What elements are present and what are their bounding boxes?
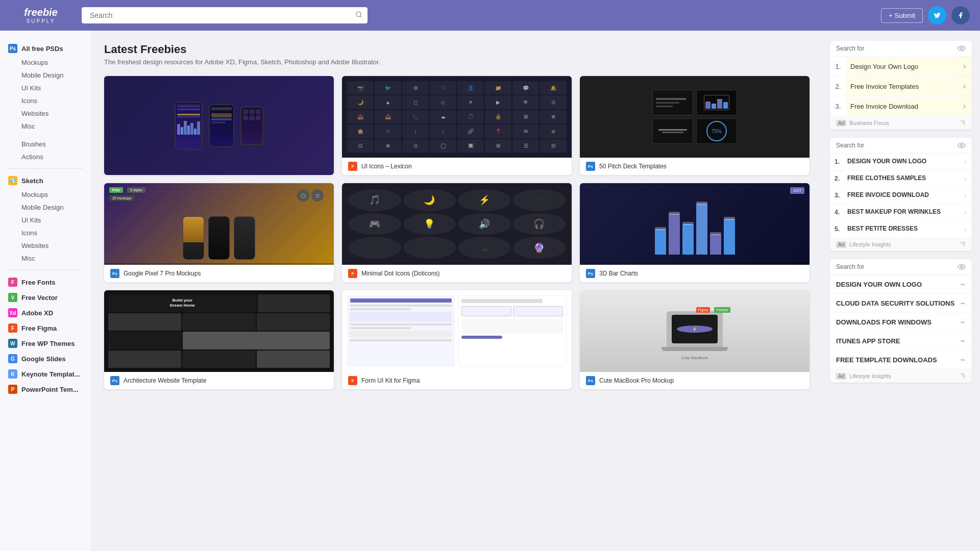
ad-search-label-3: Search for xyxy=(836,263,864,270)
ad-source-3: Lifestyle Insights xyxy=(849,373,891,379)
card-logo-macbook: Ps xyxy=(586,376,595,385)
ad-result-3-3[interactable]: DOWNLOADS FOR WINDOWS → xyxy=(830,313,972,332)
ad-search-label-2: Search for xyxy=(836,142,864,149)
sidebar-psd-uikits[interactable]: UI Kits xyxy=(0,82,91,94)
ad-result-2-2[interactable]: 2. FREE CLOTHES SAMPLES › xyxy=(830,170,972,187)
sidebar-item-fonts[interactable]: F Free Fonts xyxy=(0,274,91,290)
sidebar-psd-icons[interactable]: Icons xyxy=(0,94,91,107)
sidebar-google-label: Google Slides xyxy=(21,355,66,363)
ad-result-1-1[interactable]: 1. Design Your Own Logo › xyxy=(830,57,972,77)
sidebar-sketch-label: Sketch xyxy=(21,177,43,185)
sidebar-psd-mobile[interactable]: Mobile Design xyxy=(0,69,91,82)
result-chevron2-1: › xyxy=(959,154,972,170)
result-link3-5: FREE TEMPLATE DOWNLOADS xyxy=(836,356,959,364)
card-macbook[interactable]: ⚡ Freebie Figma Cute MacBook Ps xyxy=(580,290,810,389)
card-doticons[interactable]: 🎵 🌙 ⚡ ♾ 🎮 💡 🔊 🎧 ☆ ♡ ☁ 🔮 xyxy=(342,183,572,282)
sidebar-item-adobexd[interactable]: Xd Adobe XD xyxy=(0,305,91,320)
result-link3-3: DOWNLOADS FOR WINDOWS xyxy=(836,318,959,326)
facebook-button[interactable] xyxy=(951,6,970,24)
ad-result-1-2[interactable]: 2. Free Invoice Templates › xyxy=(830,77,972,96)
sidebar-sketch-misc[interactable]: Misc xyxy=(0,252,91,265)
sidebar-item-all-psds[interactable]: Ps All free PSDs xyxy=(0,41,91,56)
card-title-doticons: Minimal Dot Icons (Doticons) xyxy=(361,270,439,277)
ad-block-3: Search for DESIGN YOUR OWN LOGO → CLOUD … xyxy=(830,259,972,383)
ad-result-1-3[interactable]: 3. Free Invoice Download › xyxy=(830,96,972,116)
sidebar-sketch-uikits[interactable]: UI Kits xyxy=(0,214,91,227)
result-arrow3-4: → xyxy=(959,337,966,345)
card-banking-app[interactable]: Ps Banking App UI Design xyxy=(104,76,334,175)
card-architecture[interactable]: Build yourDream Home xyxy=(104,290,334,389)
sidebar-sketch-mockups[interactable]: Mockups xyxy=(0,188,91,201)
ad-result-2-3[interactable]: 3. FREE INVOICE DOWNLOAD › xyxy=(830,187,972,204)
sidebar-keynote-label: Keynote Templat... xyxy=(21,370,80,378)
sidebar-item-powerpoint[interactable]: P PowerPoint Tem... xyxy=(0,382,91,397)
sidebar-sketch-icons[interactable]: Icons xyxy=(0,227,91,239)
sidebar-sketch-section: 💎 Sketch Mockups Mobile Design UI Kits I… xyxy=(0,173,91,265)
sidebar-item-sketch[interactable]: 💎 Sketch xyxy=(0,173,91,188)
ad-result-2-5[interactable]: 5. BEST PETITE DRESSES › xyxy=(830,221,972,238)
ad-eye-icon-1 xyxy=(958,45,966,52)
result-num2-2: 2. xyxy=(830,171,844,186)
card-formui[interactable]: F Form UI Kit for Figma xyxy=(342,290,572,389)
sidebar-brushes[interactable]: Brushes xyxy=(0,138,91,151)
main-content: Latest Freebies The freshest design reso… xyxy=(92,31,822,551)
ad-result-3-2[interactable]: CLOUD DATA SECURITY SOLUTIONS → xyxy=(830,294,972,313)
sidebar-sketch-websites[interactable]: Websites xyxy=(0,239,91,252)
sidebar-psd-misc[interactable]: Misc xyxy=(0,120,91,133)
sidebar-item-figma[interactable]: F Free Figma xyxy=(0,320,91,336)
ad-report-icon-2[interactable] xyxy=(960,241,966,248)
sidebar-figma-label: Free Figma xyxy=(21,324,57,332)
pptx-icon: P xyxy=(8,385,17,394)
card-pixel7[interactable]: Free 5 styles 25 mockups ◯ ◻ xyxy=(104,183,334,282)
ad-result-2-4[interactable]: 4. BEST MAKEUP FOR WRINKLES › xyxy=(830,204,972,221)
result-link2-1: DESIGN YOUR OWN LOGO xyxy=(844,154,959,170)
card-footer-pixel7: Ps Google Pixel 7 Pro Mockups xyxy=(104,265,334,282)
sidebar: Ps All free PSDs Mockups Mobile Design U… xyxy=(0,31,92,551)
card-title-formui: Form UI Kit for Figma xyxy=(361,377,420,384)
card-footer-3dbar: Ps 3D Bar Charts xyxy=(580,265,810,282)
sidebar-item-google[interactable]: G Google Slides xyxy=(0,351,91,366)
logo[interactable]: freebie SUPPLY xyxy=(10,7,71,24)
card-footer-icons: F UI Icons – Lexicon xyxy=(342,158,572,175)
ad-result-3-4[interactable]: ITUNES APP STORE → xyxy=(830,332,972,350)
ad-report-icon-3[interactable] xyxy=(960,372,966,380)
svg-line-1 xyxy=(360,16,362,17)
card-3dbar[interactable]: 1/27 Ps 3D Bar Charts xyxy=(580,183,810,282)
twitter-button[interactable] xyxy=(928,6,946,24)
ad-block-1: Search for 1. Design Your Own Logo › 2. … xyxy=(830,41,972,130)
search-button[interactable] xyxy=(355,11,362,20)
ad-result-2-1[interactable]: 1. DESIGN YOUR OWN LOGO › xyxy=(830,154,972,170)
submit-button[interactable]: + Submit xyxy=(881,8,923,23)
ad-eye-icon-3 xyxy=(958,264,966,270)
svg-point-0 xyxy=(356,12,361,16)
card-logo-figma2: F xyxy=(348,269,357,278)
card-ui-icons[interactable]: 📷 🐦 ⚙ ♡ 👤 📁 💬 🔔 🌙 ▲ ◻ ◇ ✕ ▶ xyxy=(342,76,572,175)
result-chevron2-5: › xyxy=(959,221,972,237)
result-link3-1: DESIGN YOUR OWN LOGO xyxy=(836,281,959,288)
card-pitch-deck[interactable]: 75% Ps 50 Pitch Deck Templates xyxy=(580,76,810,175)
sidebar-sketch-mobile[interactable]: Mobile Design xyxy=(0,201,91,214)
sidebar-psd-mockups[interactable]: Mockups xyxy=(0,56,91,69)
xd-icon: Xd xyxy=(8,308,17,317)
ad-source-1: Business Focus xyxy=(849,120,889,126)
ad-report-icon-1[interactable] xyxy=(960,119,966,127)
sidebar-psd-websites[interactable]: Websites xyxy=(0,107,91,120)
page-title: Latest Freebies xyxy=(104,43,810,56)
sidebar-item-keynote[interactable]: K Keynote Templat... xyxy=(0,366,91,382)
ad-result-3-1[interactable]: DESIGN YOUR OWN LOGO → xyxy=(830,275,972,294)
sidebar-item-wp[interactable]: W Free WP Themes xyxy=(0,336,91,351)
google-icon: G xyxy=(8,354,17,363)
result-chevron2-4: › xyxy=(959,204,972,220)
card-logo-arch: Ps xyxy=(110,376,119,385)
sidebar-item-vector[interactable]: V Free Vector xyxy=(0,290,91,305)
card-title-icons: UI Icons – Lexicon xyxy=(361,163,412,170)
freebies-grid: Ps Banking App UI Design 📷 🐦 ⚙ ♡ 👤 📁 💬 xyxy=(104,76,810,389)
search-input[interactable] xyxy=(82,7,368,23)
card-logo-3dbar: Ps xyxy=(586,269,595,278)
result-link2-4: BEST MAKEUP FOR WRINKLES xyxy=(844,204,959,220)
result-num-2: 2. xyxy=(830,78,846,95)
ad-result-3-5[interactable]: FREE TEMPLATE DOWNLOADS → xyxy=(830,350,972,369)
sidebar-actions[interactable]: Actions xyxy=(0,151,91,163)
figma-icon: F xyxy=(8,323,17,333)
wp-icon: W xyxy=(8,339,17,348)
